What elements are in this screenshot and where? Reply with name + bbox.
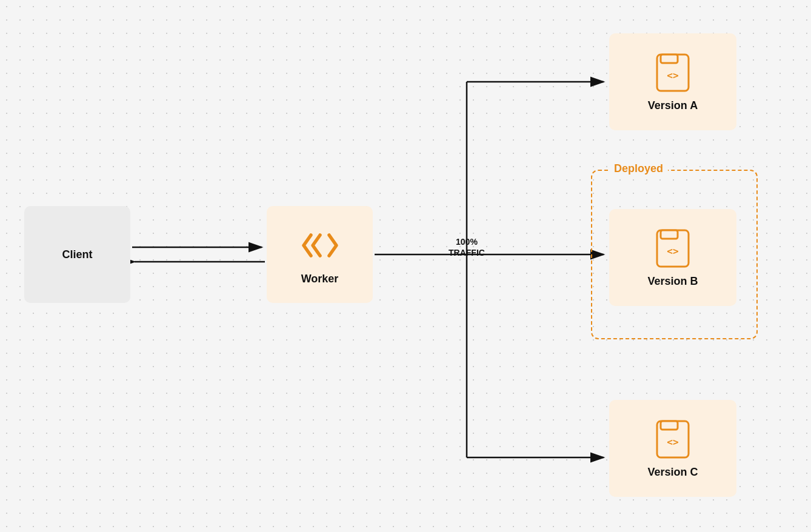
worker-icon: [299, 224, 341, 267]
svg-text:<>: <>: [667, 245, 678, 257]
deployed-label: Deployed: [609, 162, 668, 175]
version-a-icon: <>: [652, 52, 693, 93]
version-b-icon: <>: [652, 228, 693, 269]
traffic-line1: 100%: [449, 236, 485, 247]
svg-text:<>: <>: [667, 70, 678, 81]
svg-rect-16: [661, 421, 678, 430]
traffic-label: 100% TRAFFIC: [449, 236, 485, 258]
worker-label: Worker: [301, 273, 339, 285]
version-c-icon: <>: [652, 419, 693, 460]
svg-rect-10: [661, 55, 678, 63]
client-box: Client: [24, 206, 130, 303]
version-b-box: <> Version B: [609, 209, 736, 306]
version-a-label: Version A: [648, 99, 698, 112]
svg-rect-13: [661, 230, 678, 239]
version-b-label: Version B: [647, 275, 698, 288]
svg-text:<>: <>: [667, 436, 678, 448]
traffic-line2: TRAFFIC: [449, 247, 485, 258]
diagram: Client Worker <> Version A Deployed: [0, 0, 811, 532]
version-a-box: <> Version A: [609, 33, 736, 130]
worker-box: Worker: [267, 206, 373, 303]
client-label: Client: [62, 248, 92, 261]
version-c-box: <> Version C: [609, 400, 736, 497]
version-c-label: Version C: [647, 466, 698, 479]
